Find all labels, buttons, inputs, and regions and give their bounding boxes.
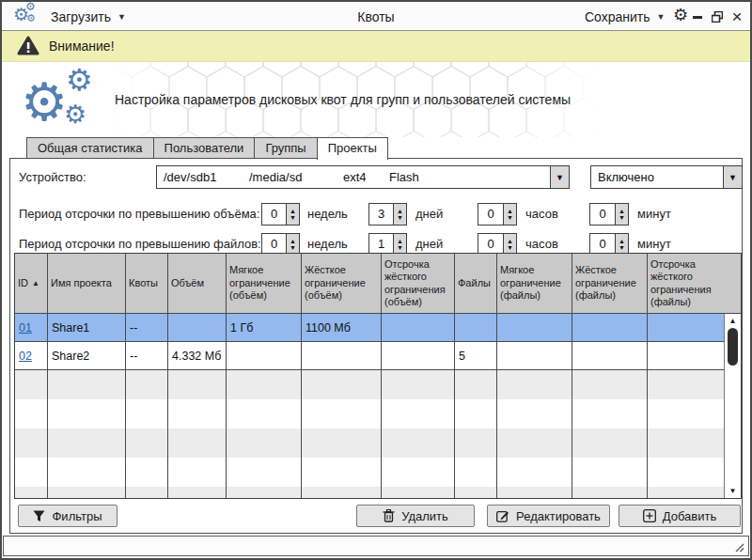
spinner-buttons[interactable]: ▲▼ — [393, 234, 406, 255]
empty-cell — [168, 399, 227, 428]
empty-cell — [382, 487, 455, 499]
column-header-grace-files[interactable]: Отсрочка жёсткого ограничения (файлы) — [648, 254, 741, 314]
close-button[interactable]: × — [729, 9, 744, 24]
tab-projects[interactable]: Проекты — [317, 137, 388, 160]
row-id-link[interactable]: 01 — [19, 321, 32, 334]
empty-cell — [302, 399, 382, 428]
table-empty-row — [15, 370, 741, 399]
spin-value[interactable]: 0 — [478, 234, 503, 255]
spinner-buttons[interactable]: ▲▼ — [393, 204, 406, 225]
device-select[interactable]: /dev/sdb1 /media/sd ext4 Flash ▼ — [156, 165, 570, 189]
grace-volume-label: Период отсрочки по превышению объёма: — [19, 203, 259, 226]
spinner-buttons[interactable]: ▲▼ — [286, 204, 299, 225]
cell-soft-files — [497, 314, 572, 342]
empty-cell — [302, 428, 382, 458]
empty-cell — [48, 428, 126, 458]
edit-pencil-icon — [496, 509, 509, 522]
column-header-hard-files[interactable]: Жёсткое ограничение (файлы) — [572, 254, 648, 314]
tab-groups[interactable]: Группы — [254, 137, 317, 159]
spinner-buttons[interactable]: ▲▼ — [503, 204, 516, 225]
grace-volume-days-spinner[interactable]: 3 ▲▼ — [368, 203, 407, 226]
spin-value[interactable]: 1 — [369, 234, 393, 255]
chevron-down-icon[interactable]: ▼ — [550, 166, 569, 188]
spin-up-icon: ▲ — [619, 208, 625, 214]
empty-cell — [497, 399, 572, 428]
edit-button[interactable]: Редактировать — [487, 505, 610, 527]
delete-button[interactable]: Удалить — [356, 505, 475, 527]
quota-state-select[interactable]: Включено ▼ — [590, 165, 743, 189]
spin-value[interactable]: 0 — [478, 204, 503, 225]
spin-value[interactable]: 0 — [262, 234, 286, 255]
empty-cell — [455, 370, 497, 399]
spin-value[interactable]: 0 — [590, 234, 615, 255]
column-header-volume[interactable]: Объём — [168, 254, 227, 314]
spin-down-icon: ▼ — [397, 214, 403, 221]
table-empty-row — [15, 428, 741, 458]
column-header-quotas[interactable]: Квоты — [126, 254, 168, 314]
column-header-id[interactable]: ID ▲ — [15, 254, 48, 314]
tab-general-statistics[interactable]: Общая статистика — [26, 137, 154, 159]
grace-volume-hours-spinner[interactable]: 0 ▲▼ — [478, 203, 517, 226]
app-window: ⚙ ⚙ ⚙ Загрузить ▼ Квоты Сохранить ▼ ⚙ — [0, 0, 752, 560]
scroll-down-icon[interactable]: ▼ — [725, 485, 741, 497]
add-button[interactable]: Добавить — [619, 505, 741, 527]
grace-volume-weeks-spinner[interactable]: 0 ▲▼ — [261, 203, 300, 226]
column-header-grace-volume[interactable]: Отсрочка жёсткого ограничения (объём) — [382, 254, 455, 314]
save-menu-label: Сохранить — [585, 9, 650, 24]
table-vertical-scrollbar[interactable]: ▲ ▼ — [724, 314, 741, 498]
gear-icon: ⚙ — [66, 62, 93, 98]
spinner-buttons[interactable]: ▲▼ — [286, 234, 299, 255]
projects-table: ID ▲ Имя проекта Квоты Объём Мягкое огра… — [14, 253, 742, 499]
minimize-icon — [693, 11, 703, 22]
column-header-name[interactable]: Имя проекта — [48, 254, 126, 314]
empty-cell — [168, 458, 227, 487]
empty-cell — [497, 458, 572, 487]
plus-square-icon — [643, 509, 656, 522]
empty-cell — [302, 458, 382, 487]
warning-banner: Внимание! — [2, 31, 750, 62]
column-header-soft-files[interactable]: Мягкое ограничение (файлы) — [497, 254, 572, 314]
scrollbar-thumb[interactable] — [728, 328, 738, 366]
grace-volume-minutes-spinner[interactable]: 0 ▲▼ — [589, 203, 629, 226]
table-row[interactable]: 01 Share1 -- 1 Гб 1100 Мб — [15, 314, 741, 342]
minimize-button[interactable] — [690, 9, 705, 24]
spin-down-icon: ▼ — [397, 244, 403, 251]
projects-panel: Устройство: /dev/sdb1 /media/sd ext4 Fla… — [9, 158, 743, 534]
empty-cell — [48, 487, 126, 499]
row-id-link[interactable]: 02 — [19, 350, 32, 363]
chevron-down-icon[interactable]: ▼ — [723, 166, 742, 188]
column-header-soft-volume[interactable]: Мягкое ограничение (объём) — [227, 254, 302, 314]
spin-up-icon: ▲ — [507, 208, 513, 214]
scroll-up-icon[interactable]: ▲ — [725, 315, 741, 327]
spinner-buttons[interactable]: ▲▼ — [615, 204, 628, 225]
table-header-row: ID ▲ Имя проекта Квоты Объём Мягкое огра… — [15, 254, 741, 314]
filters-button[interactable]: Фильтры — [18, 505, 118, 527]
column-header-files[interactable]: Файлы — [455, 254, 497, 314]
app-logo-gears: ⚙ ⚙ ⚙ — [21, 66, 107, 135]
empty-cell — [15, 458, 48, 487]
spin-value[interactable]: 0 — [590, 204, 615, 225]
empty-cell — [15, 428, 48, 458]
empty-cell — [126, 458, 168, 487]
table-row[interactable]: 02 Share2 -- 4.332 Мб 5 — [15, 342, 741, 370]
maximize-button[interactable] — [710, 9, 725, 24]
empty-cell — [227, 370, 302, 399]
tab-users[interactable]: Пользователи — [153, 137, 256, 159]
empty-cell — [126, 487, 168, 499]
device-fs: ext4 — [343, 166, 367, 188]
empty-cell — [126, 399, 168, 428]
spin-value[interactable]: 3 — [369, 204, 393, 225]
empty-cell — [497, 487, 572, 499]
spinner-buttons[interactable]: ▲▼ — [503, 234, 516, 255]
column-header-hard-volume[interactable]: Жёсткое ограничение (объём) — [302, 254, 382, 314]
spin-down-icon: ▼ — [290, 244, 296, 251]
empty-cell — [572, 428, 648, 458]
device-name: Flash — [389, 166, 419, 188]
resize-grip-icon[interactable] — [734, 542, 745, 553]
cell-hard-volume — [302, 342, 382, 370]
spin-value[interactable]: 0 — [262, 204, 286, 225]
save-menu-button[interactable]: Сохранить ▼ — [585, 2, 666, 31]
spinner-buttons[interactable]: ▲▼ — [615, 234, 628, 255]
gear-icon: ⚙ — [64, 100, 86, 130]
empty-cell — [382, 428, 455, 458]
